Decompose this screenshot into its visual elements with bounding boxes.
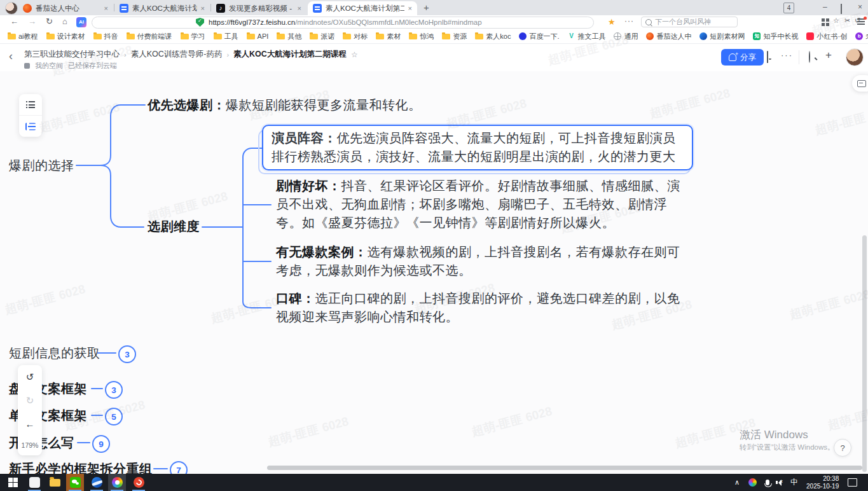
tab-feishu-doc-1[interactable]: 素人KOC大航海计划第二期 ×: [114, 1, 210, 15]
tab-feishu-doc-active[interactable]: 素人KOC大航海计划第二期 ×: [308, 1, 417, 15]
breadcrumb-item[interactable]: 素人KOC训练营导师-药药: [131, 49, 223, 60]
bookmark-drama-material[interactable]: 短剧素材网: [699, 32, 745, 41]
horizontal-scrollbar[interactable]: [267, 466, 862, 470]
zoom-level[interactable]: 179%: [22, 441, 39, 449]
sync-icon[interactable]: ↺: [855, 17, 860, 25]
screenshot-scissors-icon[interactable]: ✂: [844, 17, 850, 25]
back-chevron-icon[interactable]: ‹: [9, 50, 13, 63]
quick-search-box[interactable]: 下一个台风叫风神: [641, 17, 738, 27]
restore-button[interactable]: [841, 4, 842, 13]
notifications-bell-icon[interactable]: [767, 52, 768, 63]
bookmark-folder[interactable]: 工具: [214, 32, 238, 41]
taskbar-app-search[interactable]: [25, 474, 43, 491]
document-title[interactable]: 素人KOC大航海计划第二期课程: [233, 49, 347, 60]
space-label[interactable]: 我的空间: [35, 61, 63, 71]
mindmap-node-hit-case[interactable]: 有无爆款案例：选有爆款视频的剧，上抖音搜剧名，若有爆款存在则可考虑，无爆款则作为…: [276, 243, 684, 280]
address-more-icon[interactable]: ···: [624, 17, 634, 25]
bookmark-folder[interactable]: ai教程: [8, 32, 38, 41]
bookmark-folder[interactable]: 其他: [277, 32, 301, 41]
outline-view-button[interactable]: [19, 94, 42, 116]
bookmark-star-icon[interactable]: ★: [608, 17, 616, 27]
share-button[interactable]: 分享: [721, 49, 764, 66]
bookmark-folder[interactable]: 惊鸿: [409, 32, 434, 41]
breadcrumb-item[interactable]: 第三职业技能交付学习中心: [24, 49, 120, 60]
bookmark-zhihu[interactable]: 知知乎中长视: [753, 32, 798, 41]
start-button[interactable]: [4, 474, 22, 491]
speaker-muted-icon[interactable]: [778, 480, 782, 486]
home-icon[interactable]: ⌂: [62, 17, 67, 26]
bookmark-folder[interactable]: 学习: [181, 32, 205, 41]
apps-grid-icon[interactable]: [822, 18, 825, 22]
taskbar-app-wechat[interactable]: [66, 474, 84, 491]
comment-panel-tab[interactable]: [852, 75, 868, 92]
tray-expand-chevron[interactable]: ∧: [734, 478, 740, 487]
tab-close-icon[interactable]: ×: [298, 4, 301, 12]
tray-browser-icon[interactable]: [748, 478, 757, 487]
bookmark-folder[interactable]: 派诺: [310, 32, 334, 41]
tab-close-icon[interactable]: ×: [201, 4, 205, 12]
bookmark-folder[interactable]: 付费前端课: [127, 32, 172, 41]
collapsed-count-badge[interactable]: 3: [118, 345, 136, 363]
bookmark-folder[interactable]: 抖音: [93, 32, 118, 41]
bookmark-general[interactable]: 通用: [614, 32, 638, 41]
back-icon[interactable]: ←: [10, 17, 18, 26]
favorite-star-icon[interactable]: ☆: [351, 50, 358, 59]
tab-close-icon[interactable]: ×: [408, 4, 412, 12]
mindmap-root-node[interactable]: 爆剧的选择: [9, 156, 74, 175]
collapsed-count-badge[interactable]: 3: [105, 381, 123, 399]
bookmark-unnamed-file[interactable]: b未命名文件: [855, 32, 868, 41]
bookmark-fanqie[interactable]: 番茄达人中: [646, 32, 691, 41]
vertical-scrollbar[interactable]: [862, 235, 867, 472]
tab-douyin[interactable]: ♪ 发现更多精彩视频 - 抖音搜索 ×: [211, 1, 307, 15]
bookmark-folder[interactable]: 对标: [343, 32, 368, 41]
mindmap-node-info-fetch[interactable]: 短剧信息的获取: [9, 344, 100, 363]
create-new-icon[interactable]: +: [825, 50, 832, 60]
bookmark-folder[interactable]: 素人koc: [475, 32, 511, 41]
header-more-icon[interactable]: ···: [781, 50, 793, 60]
tab-close-icon[interactable]: ×: [104, 4, 108, 12]
minimize-button[interactable]: –: [823, 3, 827, 11]
browser-profile-avatar[interactable]: [5, 2, 18, 15]
taskbar-clock[interactable]: 20:38 2025-10-19: [806, 475, 839, 490]
bookmark-folder[interactable]: 资源: [442, 32, 467, 41]
search-icon[interactable]: [809, 52, 810, 63]
forward-icon[interactable]: →: [28, 17, 36, 26]
mindmap-node-plot[interactable]: 剧情好坏：抖音、红果评论区看评价。好剧情故事细腻、情感细腻、演员不出戏、无狗血剧…: [276, 177, 684, 232]
tab-fanqie[interactable]: 番茄达人中心 ×: [18, 1, 113, 15]
action-center-icon[interactable]: [848, 478, 857, 487]
mindmap-node-cast-selected[interactable]: 演员阵容：优先选演员阵容强大、流量大的短剧，可上抖音搜短剧演员排行榜熟悉演员，演…: [262, 125, 693, 170]
help-button[interactable]: ?: [834, 439, 851, 457]
tab-count-badge[interactable]: 4: [783, 3, 794, 13]
bookmark-baidu[interactable]: 百度一下.: [519, 32, 559, 41]
taskbar-app-browser[interactable]: [108, 474, 126, 491]
mindmap-node-priority[interactable]: 优先选爆剧：爆款短剧能获得更多流量和转化。: [148, 96, 440, 114]
collapsed-count-badge[interactable]: 7: [170, 461, 188, 474]
bookmark-folder[interactable]: API: [247, 32, 269, 40]
mindmap-node-reputation[interactable]: 口碑：选正向口碑的剧，上抖音搜剧的评价，避免选口碑差的剧，以免视频迎来骂声影响心…: [276, 289, 684, 326]
add-favorite-icon[interactable]: ☆: [833, 17, 839, 25]
mindmap-node-beginner-framework[interactable]: 新手必学的框架拆分重组: [9, 460, 153, 474]
close-window-button[interactable]: ×: [858, 3, 862, 11]
ime-indicator[interactable]: 中: [790, 477, 798, 488]
bookmark-xiaohongshu[interactable]: 小红书·创: [806, 32, 847, 41]
url-text[interactable]: https://ft6vgl737z.feishu.cn/mindnotes/O…: [209, 18, 482, 26]
collapsed-count-badge[interactable]: 5: [105, 408, 123, 425]
microphone-icon[interactable]: [766, 480, 769, 485]
ai-assistant-icon[interactable]: AI: [76, 17, 86, 27]
redo-icon[interactable]: ↻: [26, 395, 34, 406]
mindmap-node-dimension[interactable]: 选剧维度: [148, 218, 200, 236]
reload-icon[interactable]: ↻: [46, 17, 53, 26]
bookmark-tweet-tool[interactable]: V推文工具: [567, 32, 605, 41]
mindmap-canvas[interactable]: 爆剧的选择 优先选爆剧：爆款短剧能获得更多流量和转化。 选剧维度 演员阵容：优先…: [0, 71, 868, 474]
back-to-root-icon[interactable]: ←: [25, 418, 35, 429]
bookmark-folder[interactable]: 设计素材: [46, 32, 85, 41]
user-avatar[interactable]: [846, 48, 864, 66]
new-tab-button[interactable]: +: [424, 2, 429, 13]
mindmap-view-button[interactable]: [19, 116, 42, 137]
undo-icon[interactable]: ↺: [26, 371, 34, 383]
taskbar-app-explorer[interactable]: [46, 474, 64, 491]
collapsed-count-badge[interactable]: 9: [92, 435, 110, 453]
bookmark-folder[interactable]: 素材: [376, 32, 401, 41]
taskbar-app-quark[interactable]: [88, 474, 106, 491]
taskbar-app-360[interactable]: [130, 474, 148, 491]
